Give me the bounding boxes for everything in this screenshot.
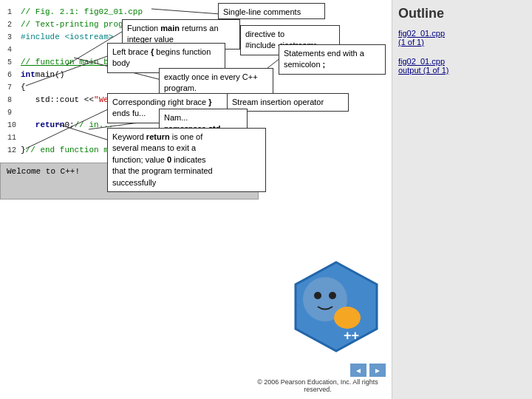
svg-point-14	[329, 292, 336, 299]
outline-panel: Outline fig02_01.cpp(1 of 1) fig02_01.cp…	[392, 0, 532, 399]
code-line-1: 1 // Fig. 2.1: fig02_01.cpp	[7, 6, 384, 18]
output-text: Welcome to C++!	[7, 167, 80, 176]
nav-back-button[interactable]: ◄	[350, 364, 366, 377]
cpp-logo: ++	[284, 259, 388, 355]
outline-title: Outline	[398, 6, 526, 21]
callout-statements-end: Statements end with asemicolon ;	[279, 44, 386, 75]
svg-text:++: ++	[344, 328, 359, 343]
nav-buttons: ◄ ►	[350, 364, 386, 377]
outline-item-0[interactable]: fig02_01.cpp(1 of 1)	[398, 29, 526, 47]
outline-item-1[interactable]: fig02_01.cppoutput (1 of 1)	[398, 57, 526, 75]
svg-rect-16	[339, 312, 355, 324]
svg-point-13	[314, 292, 321, 299]
callout-single-line-comments: Single-line comments	[218, 3, 325, 19]
nav-forward-button[interactable]: ►	[369, 364, 386, 377]
copyright-text: © 2006 Pearson Education, Inc. All right…	[248, 378, 388, 393]
callout-keyword-return: Keyword return is one ofseveral means to…	[107, 128, 266, 192]
